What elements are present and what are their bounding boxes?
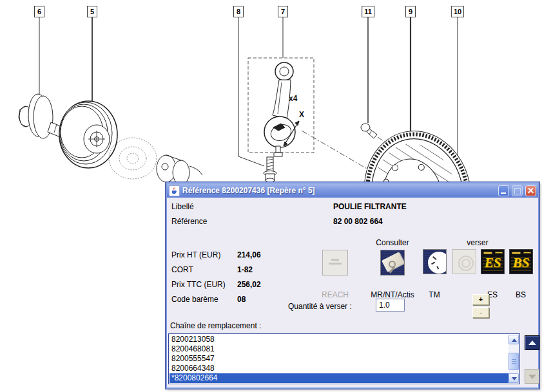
bs-button[interactable]: BS	[509, 249, 533, 274]
list-scrollbar[interactable]	[508, 335, 519, 383]
dialog-title: Référence 8200207436 [Repère n° 5]	[182, 186, 496, 195]
screen: x4 X	[0, 0, 542, 392]
callout-7-label: 7	[281, 8, 285, 15]
replacement-chain-label: Chaîne de remplacement :	[170, 321, 261, 330]
bs-icon: BS	[510, 255, 532, 271]
libelle-label: Libellé	[171, 202, 194, 211]
callout-9[interactable]: 9	[405, 6, 416, 17]
callout-7[interactable]: 7	[278, 6, 288, 17]
callout-9-label: 9	[409, 8, 412, 15]
callout-6-label: 6	[37, 8, 41, 15]
callout-10[interactable]: 10	[451, 6, 464, 17]
scroll-down-button[interactable]	[508, 373, 519, 383]
rod-bolt-part[interactable]	[264, 157, 276, 182]
cort-value: 1-82	[237, 265, 253, 274]
scroll-up-button[interactable]	[508, 335, 519, 344]
flywheel-bolt-part[interactable]	[361, 124, 377, 138]
dimension-x-label: X	[299, 110, 304, 119]
crankshaft-part[interactable]	[157, 155, 202, 185]
maximize-button	[512, 185, 523, 196]
callout-8[interactable]: 8	[233, 6, 244, 17]
java-icon	[169, 185, 180, 196]
replacement-chain-list: 8200213058 8200468081 8200555547 8200664…	[168, 333, 520, 384]
tm-caption: TM	[405, 290, 463, 299]
rod-quantity-note: x4	[289, 94, 298, 103]
chain-move-down-button	[525, 369, 539, 384]
callout-6[interactable]: 6	[34, 6, 44, 17]
bs-caption: BS	[492, 290, 542, 299]
wrench-icon	[389, 261, 396, 268]
close-button[interactable]	[525, 185, 536, 196]
list-item[interactable]: 8200664348	[169, 364, 508, 373]
reference-dialog: Référence 8200207436 [Repère n° 5] Libel…	[166, 182, 539, 389]
callout-11-label: 11	[364, 8, 372, 15]
gauge-icon	[428, 252, 447, 274]
minimize-button[interactable]	[498, 185, 509, 196]
list-item[interactable]: 8200555547	[169, 354, 508, 364]
tm-button[interactable]	[423, 249, 447, 274]
list-item[interactable]: 8200213058	[169, 335, 508, 344]
cort-label: CORT	[171, 265, 193, 274]
verser-disabled-button	[452, 249, 476, 274]
es-button[interactable]: ES	[481, 249, 505, 274]
dialog-content: Libellé POULIE FILTRANTE Référence 82 00…	[167, 198, 538, 387]
list-item[interactable]: 8200468081	[169, 344, 508, 354]
code-bareme-label: Code barème	[171, 295, 218, 304]
down-arrow-icon	[528, 375, 536, 379]
es-icon: ES	[481, 255, 504, 271]
callout-8-label: 8	[237, 8, 240, 15]
reach-caption: REACH	[306, 290, 364, 299]
mr-nt-actis-button[interactable]	[380, 250, 405, 275]
callout-5[interactable]: 5	[87, 6, 97, 17]
reach-button	[322, 250, 348, 275]
reach-icon	[331, 259, 339, 261]
callout-10-label: 10	[454, 8, 461, 15]
callout-5-label: 5	[90, 8, 94, 15]
quantity-label: Quantité à verser :	[288, 302, 352, 311]
list-item-selected[interactable]: *8200802664	[169, 373, 508, 383]
chain-move-up-button[interactable]	[525, 335, 539, 350]
verser-header: verser	[449, 238, 507, 247]
reference-label: Référence	[171, 217, 207, 226]
up-arrow-icon	[528, 341, 536, 345]
quantity-increment-button[interactable]: +	[472, 294, 489, 305]
prix-ht-label: Prix HT (EUR)	[171, 250, 220, 259]
prix-ttc-value: 256,02	[237, 280, 261, 289]
quantity-decrement-button: -	[472, 307, 489, 318]
scroll-thumb[interactable]	[508, 353, 519, 370]
prix-ht-value: 214,06	[237, 250, 261, 259]
connecting-rod-part[interactable]	[264, 62, 295, 156]
prix-ttc-label: Prix TTC (EUR)	[171, 280, 226, 289]
pulley-part[interactable]	[59, 101, 117, 168]
libelle-value: POULIE FILTRANTE	[333, 202, 407, 211]
consulter-header: Consulter	[363, 238, 421, 247]
reference-value: 82 00 802 664	[333, 217, 383, 226]
quantity-input[interactable]	[376, 299, 405, 312]
dialog-titlebar[interactable]: Référence 8200207436 [Repère n° 5]	[167, 183, 538, 198]
code-bareme-value: 08	[237, 295, 246, 304]
callout-11[interactable]: 11	[362, 6, 374, 17]
